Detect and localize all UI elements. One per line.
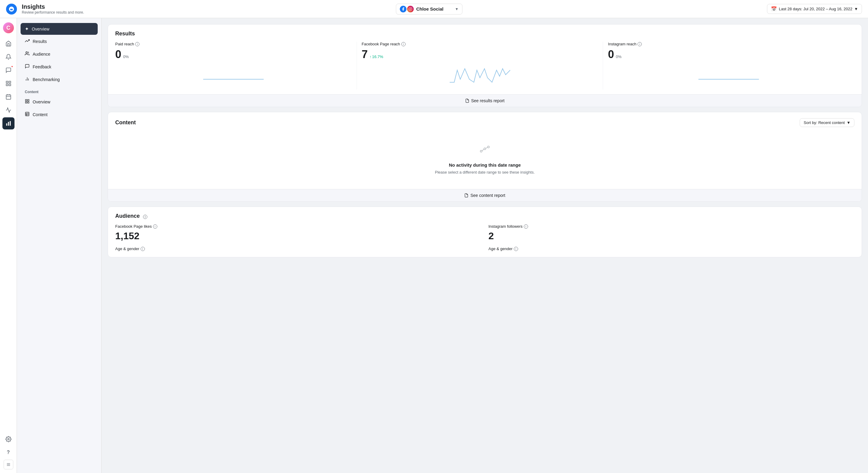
meta-logo[interactable]	[6, 4, 17, 14]
audience-info-icon[interactable]: i	[143, 215, 147, 219]
see-results-report-button[interactable]: See results report	[108, 94, 862, 107]
paid-reach-info[interactable]: i	[135, 42, 140, 46]
date-dropdown-arrow: ▼	[854, 7, 858, 11]
nav-label-results: Results	[33, 39, 47, 44]
paid-reach-sparkline	[115, 66, 352, 84]
page-title: Insights	[22, 3, 84, 10]
topbar-right: 📅 Last 28 days: Jul 20, 2022 – Aug 16, 2…	[767, 4, 862, 14]
date-range-selector[interactable]: 📅 Last 28 days: Jul 20, 2022 – Aug 16, 2…	[767, 4, 862, 14]
notifications-button[interactable]	[2, 51, 14, 63]
nav-item-results[interactable]: Results	[21, 35, 98, 48]
nav-item-content-content[interactable]: Content	[21, 108, 98, 121]
arrow-up: ↑	[370, 55, 372, 59]
fb-reach-sparkline	[362, 66, 598, 84]
svg-rect-22	[25, 99, 27, 101]
svg-point-32	[480, 150, 482, 152]
svg-rect-11	[6, 123, 7, 126]
paid-reach-pct: 0%	[123, 55, 129, 59]
fb-reach-change: ↑ 16.7%	[370, 55, 383, 59]
svg-rect-24	[28, 102, 29, 103]
results-card-title: Results	[115, 31, 855, 37]
account-selector[interactable]: Chloe Social ▼	[396, 4, 462, 14]
paid-reach-label: Paid reach i	[115, 42, 352, 46]
calendar-nav-button[interactable]	[2, 91, 14, 103]
nav-label-benchmarking: Benchmarking	[33, 77, 60, 82]
nav-item-audience[interactable]: Audience	[21, 48, 98, 60]
nav-label-feedback: Feedback	[33, 64, 51, 69]
sidebar-collapse-button[interactable]	[4, 460, 13, 469]
fb-likes-section: Facebook Page likes i 1,152 Age & gender…	[115, 224, 481, 251]
see-content-report-button[interactable]: See content report	[108, 189, 862, 201]
ig-reach-info[interactable]: i	[638, 42, 642, 46]
home-nav-button[interactable]	[2, 37, 14, 50]
audience-metrics-grid: Facebook Page likes i 1,152 Age & gender…	[115, 224, 855, 251]
audience-icon	[25, 51, 30, 57]
message-notification-dot	[11, 65, 13, 68]
nav-label-audience: Audience	[33, 52, 50, 57]
ig-reach-sparkline	[608, 66, 849, 84]
svg-point-33	[484, 148, 486, 150]
content-content-icon	[25, 112, 30, 118]
content-card-title: Content	[115, 120, 136, 126]
report-icon	[465, 99, 469, 103]
content-report-icon	[464, 193, 468, 197]
results-metrics-grid: Paid reach i 0 0% Facebook Page reach i	[115, 42, 855, 90]
nav-label-content-overview: Overview	[33, 99, 50, 104]
feedback-icon	[25, 64, 30, 70]
ig-age-gender-label: Age & gender i	[489, 247, 855, 251]
content-empty-subtitle: Please select a different date range to …	[435, 170, 535, 175]
campaigns-button[interactable]	[2, 104, 14, 116]
nav-item-feedback[interactable]: Feedback	[21, 61, 98, 73]
question-mark: ?	[7, 450, 10, 455]
nav-label-overview: Overview	[32, 27, 49, 31]
content-card: Content Sort by: Recent content ▼ No act…	[108, 112, 862, 202]
ig-reach-value: 0 0%	[608, 48, 849, 61]
nav-item-overview[interactable]: ✦ Overview	[21, 23, 98, 35]
settings-button[interactable]	[2, 433, 14, 445]
sort-dropdown-arrow: ▼	[846, 120, 850, 125]
ig-followers-label: Instagram followers i	[489, 224, 855, 229]
benchmarking-icon	[25, 76, 30, 83]
ig-followers-value: 2	[489, 230, 855, 242]
user-avatar-button[interactable]: C	[2, 22, 14, 34]
svg-point-34	[488, 146, 489, 148]
instagram-icon	[407, 6, 414, 12]
ig-followers-info[interactable]: i	[524, 224, 528, 229]
nav-item-content-overview[interactable]: Overview	[21, 96, 98, 108]
audience-card: Audience i Facebook Page likes i 1,152 A…	[108, 207, 862, 257]
ig-reach-label: Instagram reach i	[608, 42, 849, 46]
calendar-icon: 📅	[771, 6, 777, 12]
svg-rect-0	[409, 7, 412, 10]
help-button[interactable]: ?	[2, 446, 14, 459]
fb-age-gender-label: Age & gender i	[115, 247, 481, 251]
fb-likes-label: Facebook Page likes i	[115, 224, 481, 229]
account-dropdown-arrow: ▼	[455, 7, 459, 11]
svg-rect-3	[6, 81, 8, 83]
account-name: Chloe Social	[416, 6, 453, 11]
svg-rect-5	[9, 84, 10, 86]
paid-reach-col: Paid reach i 0 0%	[115, 42, 357, 90]
content-sort-dropdown[interactable]: Sort by: Recent content ▼	[800, 118, 855, 127]
ig-reach-pct: 0%	[616, 55, 621, 59]
messages-button[interactable]	[2, 64, 14, 76]
ig-followers-section: Instagram followers i 2 Age & gender i	[489, 224, 855, 251]
fb-reach-info[interactable]: i	[401, 42, 406, 46]
svg-point-14	[7, 439, 9, 440]
svg-rect-4	[9, 81, 10, 83]
insights-title-section: Insights Review performance results and …	[22, 3, 84, 14]
content-section-label: Content	[21, 86, 98, 96]
pages-button[interactable]	[2, 77, 14, 90]
svg-line-36	[486, 147, 488, 149]
fb-likes-value: 1,152	[115, 230, 481, 242]
fb-likes-info[interactable]: i	[153, 224, 157, 229]
ig-age-gender-info[interactable]: i	[514, 247, 518, 251]
fb-reach-col: Facebook Page reach i 7 ↑ 16.7%	[362, 42, 603, 90]
nav-item-benchmarking[interactable]: Benchmarking	[21, 73, 98, 86]
svg-rect-6	[6, 84, 8, 86]
svg-rect-12	[8, 122, 9, 126]
insights-nav-button[interactable]	[2, 117, 14, 129]
facebook-icon	[400, 6, 406, 12]
svg-rect-7	[6, 95, 10, 99]
empty-state-icon	[477, 141, 492, 159]
fb-age-gender-info[interactable]: i	[141, 247, 145, 251]
